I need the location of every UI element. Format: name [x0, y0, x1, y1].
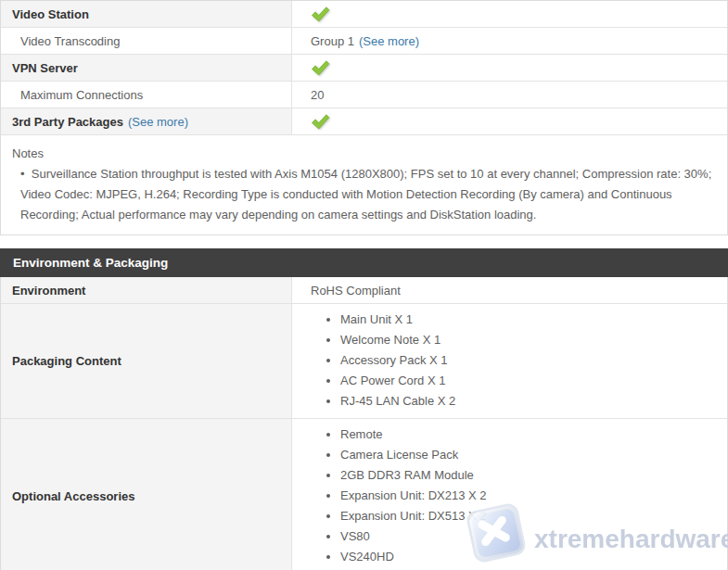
- spec-label-cell: Maximum Connections: [1, 82, 292, 108]
- spec-value-cell: Group 1 (See more): [292, 28, 727, 54]
- list-item: Main Unit X 1: [340, 310, 455, 330]
- spec-label-cell: Environment: [1, 277, 292, 303]
- list-item: VS240HD: [340, 547, 487, 567]
- environment-table: Environment RoHS Compliant Packaging Con…: [0, 277, 728, 570]
- note-item: • Surveillance Station throughput is tes…: [12, 164, 714, 225]
- table-row: Video Station: [1, 1, 727, 28]
- list-item: Expansion Unit: DX513 X 2: [340, 506, 487, 526]
- table-row: Optional Accessories Remote Camera Licen…: [1, 419, 727, 570]
- list-item: Expansion Unit: DX213 X 2: [340, 486, 487, 506]
- spec-label: Maximum Connections: [20, 88, 143, 102]
- spec-value-cell: [292, 55, 727, 81]
- table-row: Packaging Content Main Unit X 1 Welcome …: [1, 304, 727, 419]
- table-row: VPN Server: [1, 55, 727, 82]
- see-more-link[interactable]: (See more): [128, 115, 188, 129]
- notes-title: Notes: [12, 144, 714, 164]
- see-more-link[interactable]: (See more): [359, 34, 419, 48]
- table-row: Video Transcoding Group 1 (See more): [1, 28, 727, 55]
- spec-value-cell: [292, 108, 727, 134]
- specs-table: Video Station Video Transcoding Group 1 …: [0, 0, 728, 235]
- section-gap: [0, 235, 728, 248]
- spec-value: Group 1: [311, 34, 354, 48]
- table-row: Environment RoHS Compliant: [1, 277, 727, 304]
- spec-value: RoHS Compliant: [311, 284, 401, 298]
- table-row: Maximum Connections 20: [1, 82, 727, 108]
- spec-value-cell: [292, 1, 727, 27]
- list-item: Camera License Pack: [340, 445, 487, 465]
- spec-label: Video Station: [12, 7, 89, 21]
- spec-label: Optional Accessories: [12, 489, 134, 503]
- spec-value-cell: 20: [292, 82, 727, 108]
- spec-label: Packaging Content: [12, 354, 121, 368]
- accessories-list: Remote Camera License Pack 2GB DDR3 RAM …: [311, 424, 487, 567]
- note-text: Surveillance Station throughput is teste…: [20, 167, 711, 222]
- list-item: Welcome Note X 1: [340, 330, 455, 350]
- check-icon: [311, 6, 330, 22]
- list-item: RJ-45 LAN Cable X 2: [340, 391, 455, 412]
- spec-label-cell: 3rd Party Packages (See more): [1, 108, 292, 134]
- spec-label-cell: Packaging Content: [1, 304, 292, 418]
- list-item: Remote: [340, 424, 487, 445]
- bullet-glyph: •: [20, 167, 32, 181]
- spec-label-cell: Video Station: [1, 1, 292, 27]
- check-icon: [311, 114, 330, 130]
- spec-value-cell: Remote Camera License Pack 2GB DDR3 RAM …: [292, 419, 727, 570]
- spec-label-cell: Optional Accessories: [1, 419, 292, 570]
- spec-label: Environment: [12, 284, 85, 298]
- list-item: 2GB DDR3 RAM Module: [340, 465, 487, 486]
- spec-label: 3rd Party Packages: [12, 115, 123, 129]
- spec-value-cell: Main Unit X 1 Welcome Note X 1 Accessory…: [292, 304, 727, 418]
- spec-label-cell: VPN Server: [1, 55, 292, 81]
- notes-section: Notes • Surveillance Station throughput …: [1, 135, 727, 234]
- table-row: 3rd Party Packages (See more): [1, 108, 727, 135]
- spec-value-cell: RoHS Compliant: [292, 277, 727, 303]
- section-header: Environment & Packaging: [0, 248, 728, 277]
- list-item: AC Power Cord X 1: [340, 371, 455, 391]
- packaging-list: Main Unit X 1 Welcome Note X 1 Accessory…: [311, 310, 455, 412]
- spec-label-cell: Video Transcoding: [1, 28, 292, 54]
- spec-label: VPN Server: [12, 61, 78, 75]
- spec-label: Video Transcoding: [20, 34, 120, 48]
- list-item: Accessory Pack X 1: [340, 350, 455, 371]
- spec-value: 20: [311, 88, 324, 102]
- list-item: VS80: [340, 526, 487, 547]
- check-icon: [311, 60, 330, 76]
